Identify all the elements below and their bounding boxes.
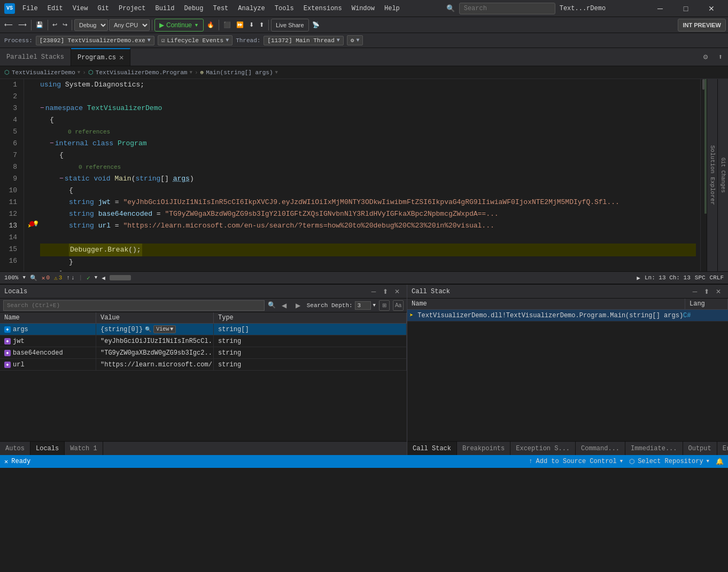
process-label: Process: bbox=[4, 37, 33, 44]
error-group[interactable]: ✕ 0 bbox=[42, 275, 50, 281]
toolbar-save-all[interactable]: 💾 bbox=[34, 19, 45, 32]
menu-analyze[interactable]: Analyze bbox=[234, 3, 269, 14]
process-value[interactable]: [23892] TextVisualizerDemo.exe ▼ bbox=[36, 36, 154, 45]
menu-extensions[interactable]: Extensions bbox=[299, 3, 346, 14]
thread-options[interactable]: ⚙ ▼ bbox=[347, 35, 363, 45]
maximize-button[interactable]: □ bbox=[673, 0, 698, 17]
fold-namespace-icon[interactable]: − bbox=[40, 103, 44, 114]
line15-brace: } bbox=[59, 268, 64, 271]
bell-icon[interactable]: 🔔 bbox=[716, 458, 724, 466]
toolbar-step-out[interactable]: ⬆ bbox=[257, 19, 266, 32]
callstack-float-btn[interactable]: ⬆ bbox=[701, 286, 712, 297]
select-repository[interactable]: ⬡ Select Repository ▼ bbox=[629, 458, 709, 466]
toolbar-step-in[interactable]: ⬇ bbox=[247, 19, 256, 32]
int-preview-button[interactable]: INT PREVIEW bbox=[678, 19, 726, 32]
git-changes-sidebar[interactable]: Git Changes bbox=[717, 79, 728, 271]
toolbar-undo2[interactable]: ↩ bbox=[50, 19, 59, 32]
tab-program-cs[interactable]: Program.cs ✕ bbox=[71, 48, 130, 66]
local-row-args[interactable]: ◆ args {string[0]} 🔍 View ▼ string[] bbox=[0, 324, 407, 335]
locals-close-btn[interactable]: ✕ bbox=[392, 286, 402, 297]
toolbar-undo[interactable]: ⟵ bbox=[2, 19, 15, 32]
solution-explorer-sidebar[interactable]: Solution Explorer bbox=[707, 79, 717, 271]
local-row-url[interactable]: ◆ url "https://learn.microsoft.com/... 🔍… bbox=[0, 359, 407, 371]
toolbar-fire[interactable]: 🔥 bbox=[205, 19, 216, 32]
add-to-source-control[interactable]: ↑ Add to Source Control ▼ bbox=[529, 458, 623, 465]
menu-edit[interactable]: Edit bbox=[43, 3, 67, 14]
debug-config-dropdown[interactable]: Debug bbox=[74, 19, 108, 31]
refs-line-class: 0 references bbox=[40, 126, 696, 138]
window-title: Text...rDemo bbox=[560, 5, 606, 12]
tab-watch1[interactable]: Watch 1 bbox=[65, 442, 103, 455]
menu-debug[interactable]: Debug bbox=[180, 3, 207, 14]
locals-float-btn[interactable]: ⬆ bbox=[380, 286, 391, 297]
menu-test[interactable]: Test bbox=[209, 3, 233, 14]
search-next-btn[interactable]: ▶ bbox=[293, 300, 304, 311]
tab-expand-icon[interactable]: ⬆ bbox=[713, 48, 728, 66]
code-area[interactable]: using System.Diagnostics; − namespace Te… bbox=[36, 79, 700, 271]
tab-parallel-stacks[interactable]: Parallel Stacks bbox=[0, 48, 71, 66]
bpt-command[interactable]: Command... bbox=[576, 442, 625, 455]
bpt-output[interactable]: Output bbox=[683, 442, 717, 455]
menu-help[interactable]: Help bbox=[380, 3, 404, 14]
search-depth-input[interactable] bbox=[355, 301, 371, 310]
menu-git[interactable]: Git bbox=[93, 3, 113, 14]
continue-button[interactable]: ▶ Continue ▼ bbox=[154, 19, 204, 32]
nav-left-icon[interactable]: ◀ bbox=[102, 275, 105, 281]
local-row-base64[interactable]: ◆ base64encoded "TG9yZW0gaXBzdW0gZG9sb3I… bbox=[0, 347, 407, 359]
live-share-button[interactable]: Live Share bbox=[271, 19, 309, 32]
warning-group[interactable]: ⚠ 3 bbox=[54, 275, 62, 281]
editor-scrollbar[interactable] bbox=[700, 79, 707, 271]
search-case-btn[interactable]: Aa bbox=[393, 300, 404, 311]
tab-locals[interactable]: Locals bbox=[30, 442, 65, 455]
tab-autos[interactable]: Autos bbox=[0, 442, 30, 455]
toolbar-breakpoint[interactable]: ⬛ bbox=[221, 19, 233, 32]
toolbar-share-icon[interactable]: 📡 bbox=[310, 19, 322, 32]
search-prev-btn[interactable]: ◀ bbox=[279, 300, 290, 311]
bpt-exception[interactable]: Exception S... bbox=[510, 442, 576, 455]
breadcrumb-main[interactable]: ⊕ Main(string[] args) ▼ bbox=[200, 69, 278, 76]
breadcrumb-class[interactable]: ⬡ TextVisualizerDemo ▼ bbox=[4, 69, 80, 76]
toolbar-redo2[interactable]: ↪ bbox=[60, 19, 69, 32]
platform-dropdown[interactable]: Any CPU bbox=[109, 19, 150, 31]
menu-tools[interactable]: Tools bbox=[270, 3, 298, 14]
bpt-immediate[interactable]: Immediate... bbox=[625, 442, 683, 455]
close-button[interactable]: ✕ bbox=[699, 0, 724, 17]
callstack-row-main[interactable]: ➤ TextVisualizerDemo.dll!TextVisualizerD… bbox=[407, 310, 728, 322]
callstack-pin-btn[interactable]: ─ bbox=[690, 286, 700, 297]
checkmark-dropdown[interactable]: ▼ bbox=[95, 275, 97, 280]
menu-build[interactable]: Build bbox=[151, 3, 179, 14]
line-ending[interactable]: CRLF bbox=[710, 275, 724, 281]
search-input[interactable] bbox=[459, 3, 555, 14]
code-line-4: { bbox=[40, 114, 696, 126]
search-depth-dropdown[interactable]: ▼ bbox=[373, 303, 376, 308]
locals-pin-btn[interactable]: ─ bbox=[368, 286, 379, 297]
fold-method-icon[interactable]: − bbox=[59, 173, 64, 185]
bpt-breakpoints[interactable]: Breakpoints bbox=[457, 442, 510, 455]
local-row-jwt[interactable]: ◆ jwt "eyJhbGciOiJIUzI1NiIsInR5cCl... 🔍 … bbox=[0, 335, 407, 347]
view-link-args[interactable]: View ▼ bbox=[153, 325, 176, 333]
toolbar-redo[interactable]: ⟶ bbox=[16, 19, 29, 32]
menu-project[interactable]: Project bbox=[114, 3, 150, 14]
zoom-dropdown[interactable]: ▼ bbox=[22, 275, 25, 280]
bpt-errorlist[interactable]: Error List bbox=[717, 442, 728, 455]
encoding[interactable]: SPC bbox=[695, 275, 706, 281]
menu-window[interactable]: Window bbox=[347, 3, 379, 14]
locals-search-input[interactable] bbox=[3, 300, 265, 311]
zoom-level[interactable]: 100% bbox=[4, 275, 18, 281]
fold-class-icon[interactable]: − bbox=[50, 138, 54, 150]
search-options-btn[interactable]: ⊞ bbox=[379, 300, 390, 311]
callstack-close-btn[interactable]: ✕ bbox=[713, 286, 724, 297]
bpt-callstack[interactable]: Call Stack bbox=[407, 442, 457, 455]
tab-close-icon[interactable]: ✕ bbox=[119, 53, 123, 62]
nav-up-group[interactable]: ↑ ↓ bbox=[66, 275, 74, 281]
thread-value[interactable]: [11372] Main Thread ▼ bbox=[264, 36, 343, 45]
menu-file[interactable]: File bbox=[18, 3, 42, 14]
play-icon2[interactable]: ▶ bbox=[637, 275, 640, 281]
minimize-button[interactable]: ─ bbox=[648, 0, 672, 17]
tab-settings-icon[interactable]: ⚙ bbox=[698, 48, 713, 66]
toolbar-step-over[interactable]: ⏩ bbox=[234, 19, 246, 32]
breadcrumb-program[interactable]: ⬡ TextVisualizerDemo.Program ▼ bbox=[88, 69, 192, 76]
lifecycle-events[interactable]: ☑ Lifecycle Events ▼ bbox=[158, 35, 233, 45]
toolbar-sep3 bbox=[72, 20, 72, 30]
menu-view[interactable]: View bbox=[68, 3, 92, 14]
